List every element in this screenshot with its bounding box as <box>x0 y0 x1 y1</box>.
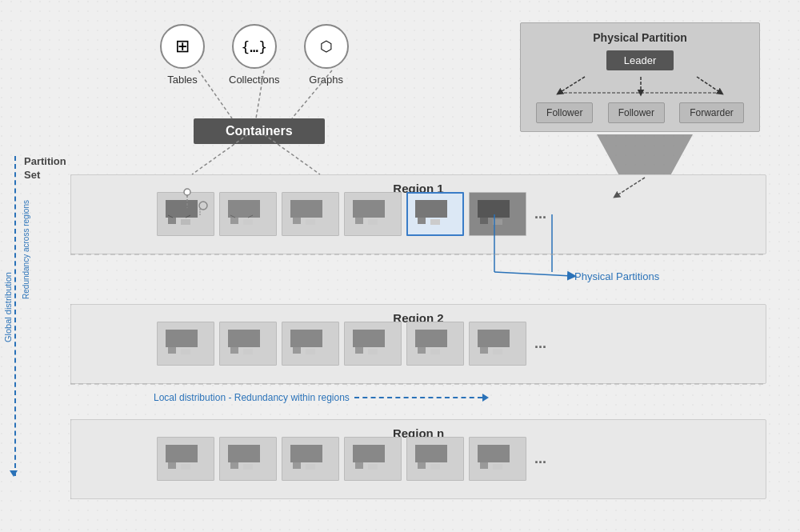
svg-rect-81 <box>355 462 363 469</box>
svg-rect-37 <box>230 218 238 224</box>
part-cell-rn-4 <box>344 437 402 481</box>
global-dist-label-container: Global distribution <box>3 272 13 342</box>
followers-row: Follower Follower Forwarder <box>529 102 751 123</box>
svg-rect-29 <box>166 200 198 218</box>
svg-rect-63 <box>355 347 363 354</box>
local-dist-row: Local distribution - Redundancy within r… <box>154 392 489 403</box>
svg-rect-87 <box>480 462 488 469</box>
server-svg-r1-6 <box>474 198 522 231</box>
global-dist-line <box>14 156 16 476</box>
partition-cells-r1: ... <box>157 192 546 236</box>
svg-rect-82 <box>368 464 378 470</box>
svg-rect-56 <box>228 330 260 347</box>
server-svg-r2-4 <box>349 327 397 361</box>
top-icons-group: ⊞ Tables {…} Collections ⬡ Graphs <box>160 24 349 86</box>
svg-rect-60 <box>293 347 301 354</box>
leader-arrows <box>529 75 753 99</box>
svg-rect-74 <box>228 445 260 462</box>
part-cell-r2-3 <box>282 322 339 366</box>
part-cell-r1-2 <box>219 192 277 236</box>
leader-row: Leader <box>529 50 751 70</box>
svg-rect-76 <box>243 464 253 470</box>
part-cell-r1-1 <box>157 192 214 236</box>
graphs-icon: ⬡ <box>304 24 349 69</box>
server-svg-rn-1 <box>162 442 210 476</box>
graphs-label: Graphs <box>309 74 343 86</box>
part-cell-r2-1 <box>157 322 214 366</box>
svg-rect-85 <box>430 464 440 470</box>
local-dist-line <box>354 397 482 398</box>
svg-rect-62 <box>353 330 385 347</box>
part-cell-r2-6 <box>469 322 526 366</box>
server-svg-r1-5 <box>411 198 459 231</box>
forwarder-box: Forwarder <box>679 102 744 123</box>
part-cell-r1-3 <box>282 192 339 236</box>
svg-rect-68 <box>478 330 510 347</box>
local-dist-arrow <box>354 394 489 402</box>
part-cell-rn-1 <box>157 437 214 481</box>
server-svg-r2-1 <box>162 327 210 361</box>
more-dots-r1: ... <box>534 206 546 222</box>
server-svg-r2-2 <box>224 327 272 361</box>
tables-label: Tables <box>167 74 198 86</box>
part-cell-rn-3 <box>282 437 339 481</box>
physical-partition-box: Physical Partition Leader Follower Follo… <box>520 22 760 132</box>
svg-rect-88 <box>493 464 502 470</box>
svg-rect-51 <box>480 218 488 224</box>
svg-rect-46 <box>368 219 378 225</box>
part-cell-rn-6 <box>469 437 526 481</box>
partition-cells-r2: ... <box>157 322 546 366</box>
part-cell-r1-6-dark <box>469 192 526 236</box>
local-dist-label: Local distribution - Redundancy within r… <box>154 392 350 403</box>
physical-partition-title: Physical Partition <box>529 31 751 44</box>
server-svg-r2-6 <box>474 327 522 361</box>
part-cell-r2-2 <box>219 322 277 366</box>
svg-rect-49 <box>430 219 440 225</box>
svg-point-34 <box>199 202 207 210</box>
svg-line-95 <box>494 272 572 276</box>
part-cell-r2-4 <box>344 322 402 366</box>
svg-rect-67 <box>430 349 440 354</box>
svg-rect-45 <box>355 218 363 224</box>
tables-icon: ⊞ <box>160 24 205 69</box>
server-svg-rn-5 <box>411 442 459 476</box>
svg-rect-83 <box>415 445 447 462</box>
leader-box: Leader <box>606 50 674 70</box>
partition-cells-rn: ... <box>157 437 546 481</box>
server-svg-r2-5 <box>411 327 459 361</box>
svg-rect-50 <box>478 200 510 218</box>
local-dist-tip <box>482 394 489 402</box>
svg-rect-77 <box>290 445 322 462</box>
server-svg-r1-1 <box>162 198 210 231</box>
collections-icon: {…} <box>232 24 277 69</box>
part-cell-r2-5 <box>406 322 464 366</box>
part-cell-rn-5 <box>406 437 464 481</box>
part-cell-r1-4 <box>344 192 402 236</box>
svg-rect-43 <box>306 219 315 225</box>
part-cell-rn-2 <box>219 437 277 481</box>
tables-icon-item: ⊞ Tables <box>160 24 205 86</box>
part-cell-r1-5-highlighted <box>406 192 464 236</box>
svg-rect-44 <box>353 200 385 218</box>
svg-rect-48 <box>418 218 426 224</box>
svg-rect-69 <box>480 347 488 354</box>
svg-rect-79 <box>306 464 315 470</box>
svg-rect-70 <box>493 349 502 354</box>
svg-rect-75 <box>230 462 238 469</box>
follower-box-1: Follower <box>536 102 593 123</box>
svg-rect-61 <box>306 349 315 354</box>
more-dots-rn: ... <box>534 450 546 467</box>
server-svg-rn-4 <box>349 442 397 476</box>
svg-rect-53 <box>166 330 198 347</box>
svg-rect-57 <box>230 347 238 354</box>
svg-rect-80 <box>353 445 385 462</box>
svg-rect-58 <box>243 349 253 354</box>
server-svg-r1-2 <box>224 198 272 231</box>
svg-rect-72 <box>168 462 176 469</box>
physical-partitions-label: Physical Partitions <box>574 270 659 282</box>
svg-rect-36 <box>228 200 260 218</box>
containers-label: Containers <box>226 124 293 138</box>
svg-rect-73 <box>181 464 190 470</box>
svg-rect-38 <box>243 219 253 225</box>
server-svg-r1-3 <box>286 198 334 231</box>
